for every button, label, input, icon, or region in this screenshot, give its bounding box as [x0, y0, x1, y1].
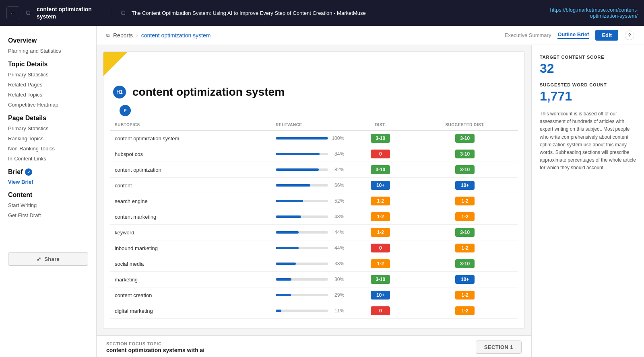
- subtopic-suggested-dist: 3-10: [412, 225, 518, 240]
- subtopic-suggested-dist: 1-2: [412, 303, 518, 319]
- doc-header: H1 content optimization system: [103, 76, 524, 105]
- subtopic-relevance: 66%: [271, 178, 349, 193]
- sidebar-item-get-first-draft[interactable]: Get First Draft: [0, 210, 96, 220]
- content-area: H1 content optimization system P SUBTOPI…: [97, 45, 644, 357]
- app-body: Overview Planning and Statistics Topic D…: [0, 26, 644, 357]
- word-count-description: This wordcount is is based off of our as…: [540, 110, 636, 172]
- subtopic-name: content marketing: [110, 209, 271, 225]
- doc-top: [103, 52, 524, 76]
- bottom-bar: SECTION FOCUS TOPIC content optimization…: [97, 335, 531, 357]
- subtopic-name: inbound marketing: [110, 240, 271, 256]
- col-relevance: RELEVANCE: [271, 119, 349, 131]
- subtopic-name: content optimization system: [110, 131, 271, 146]
- word-count-value: 1,771: [540, 89, 636, 104]
- help-button[interactable]: ?: [625, 31, 634, 40]
- sidebar-item-competitive-heatmap[interactable]: Competitive Heatmap: [0, 100, 96, 110]
- subtopic-name: content: [110, 178, 271, 193]
- table-row: content creation29%10+1-2: [110, 287, 518, 303]
- subtopic-suggested-dist: 3-10: [412, 256, 518, 272]
- subtopic-dist: 3-10: [349, 131, 412, 146]
- section-focus-area: SECTION FOCUS TOPIC content optimization…: [106, 341, 204, 353]
- subtopic-suggested-dist: 1-2: [412, 193, 518, 209]
- top-bar-divider: [111, 6, 111, 19]
- subtopic-suggested-dist: 3-10: [412, 146, 518, 162]
- subtopic-name: content optimization: [110, 162, 271, 178]
- subtopic-relevance: 44%: [271, 225, 349, 240]
- subtopic-relevance: 44%: [271, 240, 349, 256]
- breadcrumb-current[interactable]: content optimization system: [141, 32, 211, 39]
- h1-badge: H1: [113, 86, 126, 98]
- table-row: content66%10+10+: [110, 178, 518, 193]
- subtopic-dist: 3-10: [349, 272, 412, 287]
- breadcrumb-reports[interactable]: Reports: [113, 32, 133, 39]
- sidebar-item-non-ranking-topics[interactable]: Non-Ranking Topics: [0, 144, 96, 154]
- subtopic-name: search engine: [110, 193, 271, 209]
- edit-button[interactable]: Edit: [595, 30, 618, 41]
- page-title-bar: The Content Optimization System: Using A…: [132, 10, 518, 16]
- subtopic-dist: 0: [349, 303, 412, 319]
- subtopic-relevance: 48%: [271, 209, 349, 225]
- sidebar-view-brief[interactable]: View Brief: [0, 177, 96, 187]
- subtopic-dist: 1-2: [349, 209, 412, 225]
- subtopic-suggested-dist: 1-2: [412, 209, 518, 225]
- table-row: content optimization system100%3-103-10: [110, 131, 518, 146]
- breadcrumb: ⧉ Reports › content optimization system: [106, 32, 211, 39]
- share-icon: ⤢: [37, 256, 41, 262]
- subtopic-dist: 0: [349, 240, 412, 256]
- exec-summary-button[interactable]: Executive Summary: [505, 32, 551, 38]
- sidebar-item-planning-stats[interactable]: Planning and Statistics: [0, 46, 96, 56]
- sidebar-item-start-writing[interactable]: Start Writing: [0, 200, 96, 210]
- subtopic-relevance: 82%: [271, 162, 349, 178]
- page-url[interactable]: https://blog.marketmuse.com/content-opti…: [525, 7, 638, 19]
- subtopic-name: keyword: [110, 225, 271, 240]
- table-row: marketing30%3-1010+: [110, 272, 518, 287]
- subtopic-dist: 0: [349, 146, 412, 162]
- subtopic-name: social media: [110, 256, 271, 272]
- breadcrumb-icon: ⧉: [106, 33, 110, 38]
- table-row: keyword44%1-23-10: [110, 225, 518, 240]
- sidebar-overview-title: Overview: [0, 34, 96, 46]
- sidebar-item-ranking-topics[interactable]: Ranking Topics: [0, 133, 96, 144]
- subtopic-relevance: 38%: [271, 256, 349, 272]
- section-1-button[interactable]: SECTION 1: [476, 341, 522, 354]
- subtopic-dist: 10+: [349, 178, 412, 193]
- target-score-label: TARGET CONTENT SCORE: [540, 55, 636, 60]
- sidebar-item-primary-stats-2[interactable]: Primary Statistics: [0, 123, 96, 133]
- doc-container: H1 content optimization system P SUBTOPI…: [103, 51, 525, 329]
- share-button[interactable]: ⤢ Share: [8, 252, 88, 266]
- sidebar-item-related-topics[interactable]: Related Topics: [0, 90, 96, 100]
- subtopic-relevance: 100%: [271, 131, 349, 146]
- sidebar: Overview Planning and Statistics Topic D…: [0, 26, 97, 357]
- p-badge: P: [120, 105, 131, 116]
- subtopic-suggested-dist: 10+: [412, 178, 518, 193]
- sidebar-page-details-title: Page Details: [0, 111, 96, 123]
- table-row: content marketing48%1-21-2: [110, 209, 518, 225]
- sidebar-item-in-content-links[interactable]: In-Content Links: [0, 154, 96, 164]
- word-count-label: SUGGESTED WORD COUNT: [540, 82, 636, 87]
- section-topic: content optimization systems with ai: [106, 347, 204, 353]
- subtopic-name: digital marketing: [110, 303, 271, 319]
- outline-brief-button[interactable]: Outline Brief: [557, 31, 589, 39]
- sidebar-brief-title: Brief ✓: [0, 165, 96, 177]
- yellow-corner: [103, 52, 128, 76]
- section-focus-label: SECTION FOCUS TOPIC: [106, 341, 204, 346]
- page-icon: ⧉: [121, 9, 125, 16]
- table-row: search engine52%1-21-2: [110, 193, 518, 209]
- subtopics-table: SUBTOPICS RELEVANCE DIST. SUGGESTED DIST…: [110, 119, 518, 319]
- header-actions: Executive Summary Outline Brief Edit ?: [505, 30, 634, 41]
- subtopic-name: marketing: [110, 272, 271, 287]
- subtopic-suggested-dist: 3-10: [412, 162, 518, 178]
- subtopic-dist: 3-10: [349, 162, 412, 178]
- subtopic-relevance: 52%: [271, 193, 349, 209]
- table-row: hubspot cos84%03-10: [110, 146, 518, 162]
- subtopic-name: hubspot cos: [110, 146, 271, 162]
- subtopic-dist: 1-2: [349, 225, 412, 240]
- right-panel: TARGET CONTENT SCORE 32 SUGGESTED WORD C…: [531, 45, 644, 357]
- page-header: ⧉ Reports › content optimization system …: [97, 26, 644, 45]
- subtopic-relevance: 29%: [271, 287, 349, 303]
- back-button[interactable]: ←: [6, 6, 19, 19]
- sidebar-item-related-pages[interactable]: Related Pages: [0, 80, 96, 90]
- subtopic-suggested-dist: 1-2: [412, 240, 518, 256]
- sidebar-item-primary-stats-1[interactable]: Primary Statistics: [0, 70, 96, 80]
- table-row: digital marketing11%01-2: [110, 303, 518, 319]
